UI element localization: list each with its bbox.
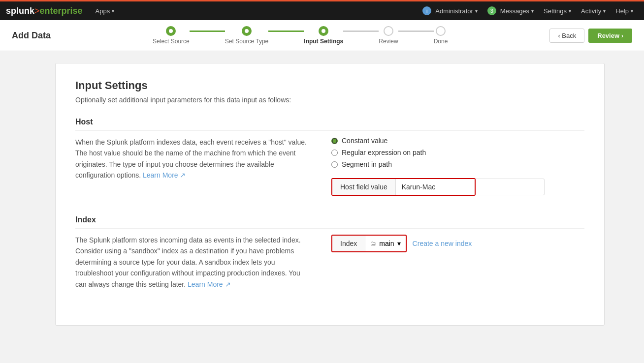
nav-messages-label: Messages [500,7,529,15]
wizard-steps: Select Source Set Source Type Input Sett… [66,26,534,45]
info-badge: i [422,6,431,15]
radio-constant-value[interactable]: Constant value [331,137,584,145]
review-button[interactable]: Review › [588,29,632,43]
step-input-settings: Input Settings [304,26,343,45]
create-new-index-link[interactable]: Create a new index [413,240,472,247]
host-description-text: When the Splunk platform indexes data, e… [75,137,312,181]
step-2-circle [242,26,252,36]
index-field-row: The Splunk platform stores incoming data… [75,235,584,290]
host-field-value-container: Host field value [331,178,476,196]
nav-help-label: Help [615,7,629,15]
nav-settings-label: Settings [544,7,567,15]
radio-constant-label: Constant value [342,137,387,145]
index-learn-more-link[interactable]: Learn More ↗ [188,280,230,288]
radio-regex-label: Regular expression on path [342,149,426,156]
connector-2-3 [268,30,304,32]
connector-3-4 [343,30,379,32]
back-button[interactable]: ‹ Back [549,29,584,43]
nav-admin-label: Administrator [435,7,473,15]
content-card: Input Settings Optionally set additional… [55,63,605,326]
index-chevron: ▾ [397,240,401,247]
nav-right: i Administrator ▾ 3 Messages ▾ Settings … [418,1,638,21]
radio-regex-path[interactable]: Regular expression on path [331,149,584,156]
index-section-title: Index [75,215,584,229]
page-title: Input Settings [75,79,584,92]
brand-splunk: splunk [6,6,34,16]
nav-activity[interactable]: Activity ▾ [576,1,611,21]
wizard-actions: ‹ Back Review › [549,29,632,43]
host-field-extra[interactable] [476,179,545,195]
radio-constant-input[interactable] [331,138,338,144]
nav-apps-label: Apps [96,7,110,15]
brand-greater: > [34,6,40,16]
nav-admin-chevron: ▾ [475,8,478,14]
brand-enterprise: enterprise [40,6,83,16]
step-1-label: Select Source [153,38,190,45]
step-3-inner [322,29,325,33]
host-description: When the Splunk platform indexes data, e… [75,137,312,181]
index-select[interactable]: 🗂 main ▾ [365,237,405,250]
host-section: Host When the Splunk platform indexes da… [75,118,584,196]
brand: splunk>enterprise [6,6,83,16]
nav-messages[interactable]: 3 Messages ▾ [483,1,539,21]
step-2-label: Set Source Type [225,38,269,45]
step-2-inner [245,29,249,33]
step-4-circle [384,26,393,36]
connector-4-5 [398,30,434,32]
connector-1-2 [190,30,225,32]
index-description-text: The Splunk platform stores incoming data… [75,235,312,290]
nav-apps-chevron: ▾ [112,8,114,14]
step-5-circle [436,26,446,36]
nav-settings[interactable]: Settings ▾ [539,1,576,21]
step-review: Review [379,26,398,45]
nav-apps[interactable]: Apps ▾ [91,1,120,21]
nav-activity-chevron: ▾ [603,8,606,14]
host-section-title: Host [75,118,584,131]
index-wrapper: Index 🗂 main ▾ [331,235,407,252]
radio-segment-path[interactable]: Segment in path [331,160,584,168]
page-subtitle: Optionally set additional input paramete… [75,96,584,104]
host-controls: Constant value Regular expression on pat… [331,137,584,196]
index-section: Index The Splunk platform stores incomin… [75,215,584,290]
host-field-input[interactable] [396,179,475,195]
nav-help-chevron: ▾ [631,8,633,14]
nav-settings-chevron: ▾ [569,8,571,14]
nav-messages-chevron: ▾ [531,8,534,14]
step-3-label: Input Settings [304,38,343,45]
index-icon: 🗂 [370,240,376,247]
index-controls: Index 🗂 main ▾ Create a new index [331,235,584,252]
host-learn-more-link[interactable]: Learn More ↗ [143,171,186,179]
nav-help[interactable]: Help ▾ [611,1,638,21]
index-label: Index [332,236,365,251]
index-value: main [379,240,394,247]
host-field-row: When the Splunk platform indexes data, e… [75,137,584,196]
step-set-source-type: Set Source Type [225,26,269,45]
step-4-label: Review [379,38,398,45]
wizard-title: Add Data [12,30,51,41]
host-radio-group: Constant value Regular expression on pat… [331,137,584,168]
step-5-label: Done [434,38,448,45]
step-1-inner [169,29,173,33]
radio-regex-input[interactable] [331,150,338,156]
navbar: splunk>enterprise Apps ▾ i Administrator… [0,0,644,20]
messages-badge: 3 [487,6,496,15]
host-field-label: Host field value [332,179,396,195]
step-done: Done [434,26,448,45]
index-description: The Splunk platform stores incoming data… [75,235,312,290]
nav-activity-label: Activity [581,7,601,15]
radio-segment-input[interactable] [331,161,338,168]
step-3-circle [319,26,328,36]
step-select-source: Select Source [153,26,190,45]
main-content: Input Settings Optionally set additional… [0,51,620,337]
wizard-header: Add Data Select Source Set Source Type I… [0,20,644,51]
nav-administrator[interactable]: i Administrator ▾ [418,1,483,21]
index-control-row: Index 🗂 main ▾ Create a new index [331,235,584,252]
step-1-circle [166,26,176,36]
radio-segment-label: Segment in path [342,160,392,168]
